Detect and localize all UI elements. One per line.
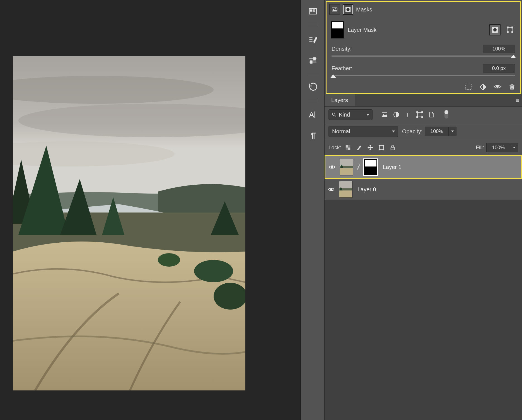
- svg-rect-58: [391, 147, 395, 150]
- svg-rect-30: [512, 32, 513, 33]
- feather-slider[interactable]: [332, 74, 515, 79]
- svg-rect-29: [507, 32, 508, 33]
- svg-point-21: [335, 8, 337, 9]
- layer-name: Layer 0: [357, 186, 376, 193]
- layer-mask-thumbnail[interactable]: [363, 158, 378, 176]
- svg-point-63: [330, 189, 332, 190]
- svg-rect-45: [346, 145, 348, 148]
- svg-point-7: [158, 253, 180, 267]
- svg-rect-10: [313, 10, 315, 11]
- blend-mode-select[interactable]: Normal: [328, 126, 398, 137]
- filter-smartobject-icon[interactable]: [428, 111, 435, 118]
- svg-point-32: [497, 86, 499, 88]
- svg-rect-62: [340, 168, 353, 175]
- filter-adjustment-icon[interactable]: [393, 111, 400, 118]
- svg-rect-41: [417, 112, 418, 113]
- svg-rect-48: [346, 148, 348, 150]
- filter-shape-icon[interactable]: [416, 111, 423, 118]
- fill-input[interactable]: [486, 143, 510, 152]
- density-input[interactable]: [483, 45, 515, 53]
- blend-mode-label: Normal: [332, 128, 350, 135]
- svg-rect-16: [313, 58, 315, 60]
- filter-toggle[interactable]: [444, 111, 448, 119]
- density-slider[interactable]: [332, 55, 515, 60]
- filter-kind-label: Kind: [339, 112, 350, 118]
- vector-mask-mode[interactable]: [343, 4, 353, 15]
- mask-visibility-icon[interactable]: [493, 83, 502, 91]
- svg-text:T: T: [406, 112, 409, 118]
- character-icon[interactable]: A: [305, 107, 321, 122]
- mask-delete-icon[interactable]: [508, 83, 516, 91]
- svg-point-5: [194, 260, 233, 282]
- layer-visibility-toggle[interactable]: [328, 163, 336, 171]
- adjustments-icon[interactable]: [305, 53, 321, 69]
- density-label: Density:: [332, 46, 352, 52]
- filter-type-icon[interactable]: T: [404, 111, 412, 118]
- svg-rect-44: [422, 117, 423, 118]
- fill-dropdown[interactable]: [510, 143, 518, 152]
- opacity-label: Opacity:: [402, 128, 422, 135]
- panel-menu-icon[interactable]: ≡: [513, 97, 522, 104]
- layer-item-0[interactable]: Layer 0: [325, 179, 522, 200]
- layer-thumbnail[interactable]: [339, 181, 352, 198]
- layers-tab[interactable]: Layers: [325, 94, 355, 106]
- svg-point-35: [332, 113, 335, 115]
- mask-selection-icon[interactable]: [464, 83, 473, 91]
- svg-rect-66: [339, 190, 352, 197]
- lock-pixels-icon[interactable]: [356, 144, 363, 151]
- svg-point-25: [493, 28, 497, 32]
- svg-rect-27: [507, 27, 508, 28]
- mask-invert-icon[interactable]: [479, 83, 487, 91]
- lock-all-icon[interactable]: [389, 144, 396, 151]
- layer-mask-link-icon[interactable]: [356, 163, 361, 171]
- feather-input[interactable]: [483, 64, 515, 73]
- svg-rect-40: [417, 112, 422, 117]
- panel-drag-handle[interactable]: [307, 99, 319, 101]
- paragraph-icon[interactable]: [305, 128, 321, 144]
- opacity-dropdown[interactable]: [449, 127, 456, 136]
- svg-rect-42: [422, 112, 423, 113]
- swatches-icon[interactable]: [305, 4, 321, 20]
- svg-rect-49: [380, 146, 384, 150]
- fill-label: Fill:: [476, 144, 484, 151]
- mini-panel-strip: A: [301, 0, 325, 420]
- add-pixel-mask-button[interactable]: [489, 24, 501, 35]
- masks-title: Masks: [356, 6, 372, 13]
- list-brush-icon[interactable]: [305, 32, 321, 47]
- layer-mask-label: Layer Mask: [348, 27, 376, 33]
- masks-properties-panel: Masks Layer Mask Density:: [326, 1, 521, 94]
- panel-drag-handle[interactable]: [307, 24, 319, 26]
- canvas-area[interactable]: [0, 0, 301, 420]
- svg-point-59: [331, 166, 333, 168]
- layer-mask-thumbnail[interactable]: [331, 21, 344, 38]
- history-icon[interactable]: [305, 79, 321, 95]
- svg-line-36: [335, 115, 336, 117]
- layer-filter-kind-select[interactable]: Kind: [328, 109, 373, 120]
- svg-rect-31: [466, 84, 471, 90]
- layer-thumbnail[interactable]: [340, 159, 353, 175]
- layers-tab-bar: Layers ≡: [325, 94, 522, 107]
- add-vector-mask-button[interactable]: [504, 24, 516, 35]
- document-image: [13, 56, 245, 390]
- lock-transparency-icon[interactable]: [344, 144, 352, 151]
- lock-label: Lock:: [328, 144, 341, 151]
- feather-label: Feather:: [332, 65, 352, 72]
- svg-rect-17: [310, 61, 312, 63]
- layer-name: Layer 1: [383, 164, 402, 170]
- lock-artboard-icon[interactable]: [378, 144, 385, 151]
- lock-position-icon[interactable]: [367, 144, 374, 151]
- layer-list: Layer 1 Layer 0: [325, 155, 522, 420]
- svg-rect-28: [512, 27, 513, 28]
- svg-rect-43: [417, 117, 418, 118]
- svg-point-23: [347, 8, 350, 11]
- pixel-mask-mode[interactable]: [329, 4, 340, 15]
- layer-item-1[interactable]: Layer 1: [325, 155, 522, 179]
- opacity-input[interactable]: [425, 127, 449, 136]
- svg-rect-9: [310, 10, 312, 11]
- svg-rect-47: [348, 145, 350, 148]
- svg-text:A: A: [309, 110, 314, 119]
- layer-visibility-toggle[interactable]: [327, 185, 335, 193]
- svg-rect-46: [348, 148, 350, 150]
- filter-pixel-icon[interactable]: [381, 111, 388, 118]
